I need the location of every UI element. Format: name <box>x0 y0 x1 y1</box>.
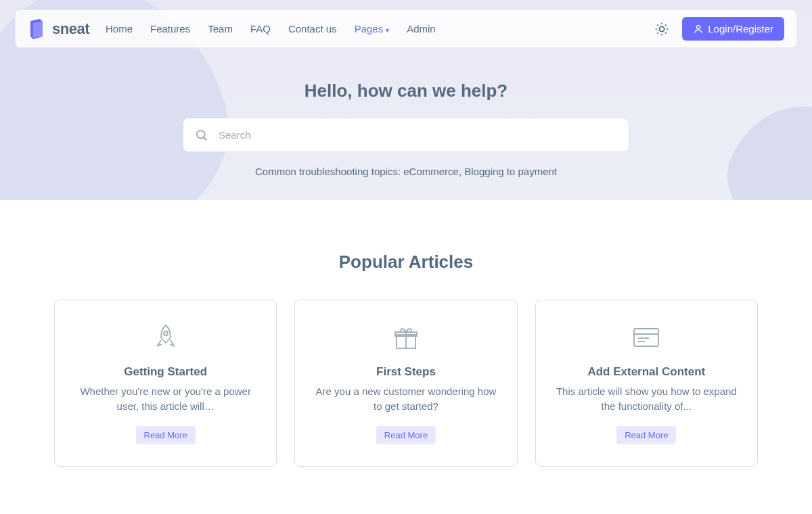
svg-point-10 <box>197 130 205 138</box>
nav-links: Home Features Team FAQ Contact us Pages▾… <box>106 23 436 34</box>
article-desc: This article will show you how to expand… <box>552 384 741 414</box>
search-input[interactable] <box>183 118 629 152</box>
chevron-down-icon: ▾ <box>386 26 389 34</box>
user-icon <box>693 24 704 34</box>
nav-link-admin[interactable]: Admin <box>407 23 436 34</box>
article-desc: Whether you're new or you're a power use… <box>71 384 260 414</box>
nav-link-contact[interactable]: Contact us <box>288 23 337 34</box>
document-icon <box>631 322 662 353</box>
hero-title: Hello, how can we help? <box>0 80 812 101</box>
brand-name: sneat <box>52 20 89 38</box>
read-more-button[interactable]: Read More <box>136 426 196 444</box>
article-title: First Steps <box>311 365 500 379</box>
article-card: First Steps Are you a new customer wonde… <box>294 300 517 467</box>
popular-articles-section: Popular Articles Getting Started Whether… <box>0 200 812 514</box>
nav-link-faq[interactable]: FAQ <box>250 23 271 34</box>
svg-line-8 <box>665 24 666 25</box>
hero-hint: Common troubleshooting topics: eCommerce… <box>0 166 812 177</box>
brand[interactable]: sneat <box>28 19 89 39</box>
login-register-button[interactable]: Login/Register <box>682 17 784 41</box>
nav-link-pages[interactable]: Pages▾ <box>355 23 390 34</box>
svg-line-7 <box>658 32 658 33</box>
read-more-button[interactable]: Read More <box>616 426 676 444</box>
read-more-button[interactable]: Read More <box>376 426 436 444</box>
article-card: Add External Content This article will s… <box>535 300 758 467</box>
brand-logo-icon <box>28 19 45 39</box>
navbar: sneat Home Features Team FAQ Contact us … <box>15 9 797 48</box>
sun-icon <box>654 22 669 37</box>
svg-line-3 <box>658 24 658 25</box>
article-title: Getting Started <box>71 365 260 379</box>
search-icon <box>195 128 208 142</box>
gift-icon <box>390 322 422 353</box>
nav-link-features[interactable]: Features <box>150 23 190 34</box>
svg-line-4 <box>665 32 666 33</box>
svg-point-0 <box>660 26 664 31</box>
nav-link-home[interactable]: Home <box>106 23 133 34</box>
rocket-icon <box>150 322 181 353</box>
article-desc: Are you a new customer wondering how to … <box>311 384 500 414</box>
article-title: Add External Content <box>552 365 741 379</box>
article-card: Getting Started Whether you're new or yo… <box>54 300 277 467</box>
section-title-popular: Popular Articles <box>0 252 812 273</box>
svg-point-9 <box>697 25 700 28</box>
svg-rect-16 <box>634 329 658 346</box>
theme-toggle-button[interactable] <box>654 21 670 37</box>
nav-link-team[interactable]: Team <box>208 23 233 34</box>
svg-point-12 <box>164 331 168 335</box>
svg-line-11 <box>204 137 206 140</box>
